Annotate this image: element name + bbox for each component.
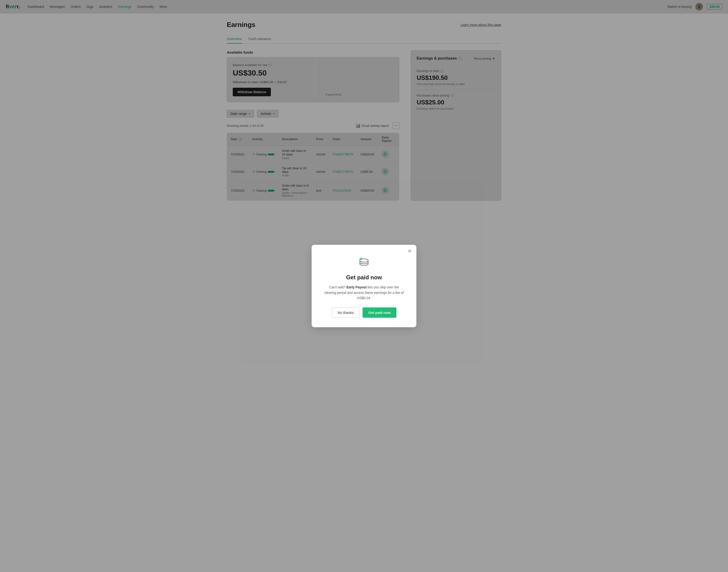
- modal-overlay[interactable]: ✕ Get paid now Can't wait? Early Payout …: [0, 0, 728, 208]
